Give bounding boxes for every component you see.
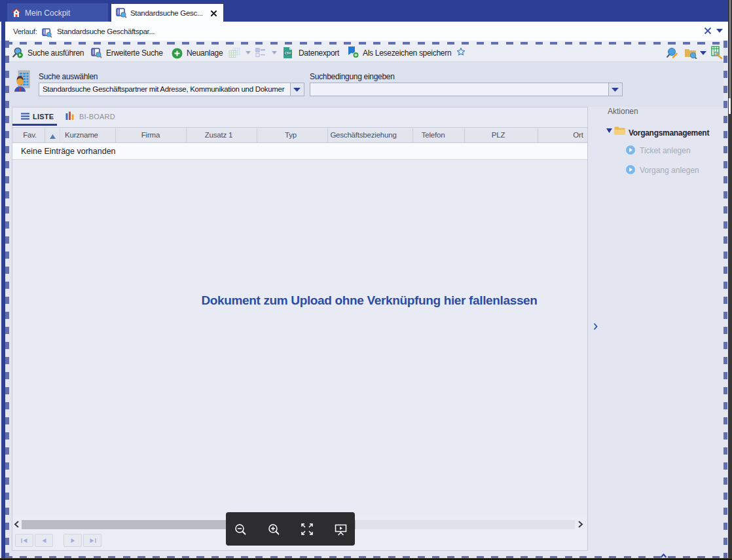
svg-text:CSV: CSV — [285, 52, 291, 55]
